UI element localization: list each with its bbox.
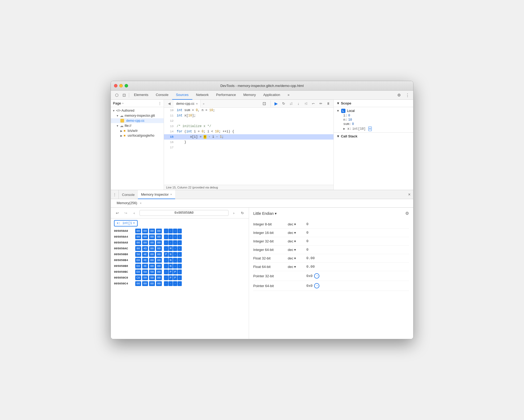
- settings-icon[interactable]: ⚙: [395, 91, 403, 99]
- format-icon[interactable]: ⊡: [261, 100, 267, 107]
- hex-byte-0-2[interactable]: 00: [149, 229, 155, 233]
- hex-byte-1-1[interactable]: 00: [142, 234, 148, 239]
- hex-byte-7-0[interactable]: E0: [135, 270, 141, 274]
- hex-byte-7-3[interactable]: 00: [156, 270, 162, 274]
- hex-byte-0-3[interactable]: 00: [156, 229, 162, 233]
- sidebar-more-icon[interactable]: ⋮: [158, 101, 162, 105]
- tab-performance[interactable]: Performance: [212, 91, 239, 100]
- hex-byte-4-2[interactable]: 00: [149, 252, 155, 257]
- tree-item-bsw[interactable]: ▶ ■ b/s/w/ir: [111, 128, 164, 133]
- inspector-format-float64[interactable]: dec ▾: [288, 265, 306, 269]
- hex-byte-4-3[interactable]: 00: [156, 252, 162, 257]
- code-tab-close-icon[interactable]: ×: [196, 102, 198, 105]
- hex-byte-5-0[interactable]: E0: [135, 258, 141, 263]
- memory-address-input[interactable]: [140, 210, 229, 216]
- minimize-button[interactable]: [119, 84, 123, 87]
- pause-on-exception-button[interactable]: ↻: [280, 100, 287, 107]
- disable-button[interactable]: ✏: [318, 100, 324, 107]
- bp-tab-memory-close-icon[interactable]: ×: [170, 193, 172, 196]
- step-out-button[interactable]: ↑⃝: [303, 100, 309, 107]
- tree-item-demo-cpp[interactable]: demo-cpp.cc: [111, 118, 164, 123]
- hex-byte-7-1[interactable]: 50: [142, 270, 148, 274]
- hex-byte-4-1[interactable]: 4E: [142, 252, 148, 257]
- hex-byte-3-0[interactable]: 80: [135, 246, 141, 251]
- maximize-button[interactable]: [125, 84, 128, 87]
- hex-byte-5-3[interactable]: 00: [156, 258, 162, 263]
- hex-byte-3-1[interactable]: 4D: [142, 246, 148, 251]
- tab-memory[interactable]: Memory: [240, 91, 260, 100]
- inspector-format-int16[interactable]: dec ▾: [288, 231, 306, 235]
- hex-byte-9-0[interactable]: 00: [135, 281, 141, 286]
- inspector-format-int32[interactable]: dec ▾: [288, 239, 306, 243]
- hex-byte-6-0[interactable]: E0: [135, 264, 141, 268]
- hex-byte-2-3[interactable]: 00: [156, 240, 162, 245]
- memory-tag-close-button[interactable]: ×: [133, 221, 135, 225]
- tree-item-memory-inspector[interactable]: ▼ ☁ memory-inspector.glit: [111, 113, 164, 118]
- hex-byte-8-1[interactable]: 50: [142, 275, 148, 280]
- hex-byte-7-2[interactable]: 50: [149, 270, 155, 274]
- inspector-format-float32[interactable]: dec ▾: [288, 256, 306, 260]
- prev-location-icon[interactable]: ◀: [166, 100, 172, 107]
- hex-byte-0-0[interactable]: 00: [135, 229, 141, 233]
- device-toggle-button[interactable]: ⊡: [120, 91, 128, 99]
- hex-byte-6-1[interactable]: 4E: [142, 264, 148, 268]
- bp-tab-memory-inspector[interactable]: Memory Inspector ×: [138, 190, 175, 199]
- deactivate-breakpoints-button[interactable]: ⤺: [310, 100, 316, 107]
- hex-byte-1-2[interactable]: 00: [149, 234, 155, 239]
- hex-byte-9-2[interactable]: 00: [149, 281, 155, 286]
- memory-refresh-button[interactable]: ↻: [239, 210, 246, 216]
- hex-byte-2-2[interactable]: 00: [149, 240, 155, 245]
- close-button[interactable]: [114, 84, 117, 87]
- more-options-icon[interactable]: ⋮: [404, 91, 411, 99]
- memory-sub-tab-256[interactable]: Memory(256) ×: [113, 201, 145, 205]
- inspector-settings-icon[interactable]: ⚙: [405, 211, 409, 216]
- step-over-button[interactable]: ↓⃝: [288, 100, 294, 107]
- ptr64-navigate-icon[interactable]: →: [314, 283, 319, 288]
- hex-byte-8-3[interactable]: 00: [156, 275, 162, 280]
- resume-button[interactable]: ▶: [273, 100, 279, 107]
- tab-elements[interactable]: Elements: [130, 91, 152, 100]
- inspector-format-int64[interactable]: dec ▾: [288, 248, 306, 252]
- tree-item-authored[interactable]: ▼ </> Authored: [111, 108, 164, 113]
- code-tab-demo[interactable]: demo-cpp.cc ×: [174, 100, 201, 108]
- tab-network[interactable]: Network: [192, 91, 213, 100]
- hex-byte-8-2[interactable]: 50: [149, 275, 155, 280]
- hex-byte-3-3[interactable]: 00: [156, 246, 162, 251]
- inspector-format-int8[interactable]: dec ▾: [288, 222, 306, 226]
- memory-prev-button[interactable]: ‹: [131, 210, 137, 216]
- tree-item-file[interactable]: ▼ ☁ file://: [111, 123, 164, 128]
- tab-sources[interactable]: Sources: [172, 91, 192, 100]
- bottom-panel-close-button[interactable]: ×: [405, 190, 413, 199]
- tab-more[interactable]: »: [284, 91, 293, 100]
- hex-byte-0-1[interactable]: 00: [142, 229, 148, 233]
- hex-byte-1-3[interactable]: 00: [156, 234, 162, 239]
- hex-byte-3-2[interactable]: 00: [149, 246, 155, 251]
- hex-byte-2-0[interactable]: 00: [135, 240, 141, 245]
- hex-byte-9-1[interactable]: 00: [142, 281, 148, 286]
- hex-byte-6-2[interactable]: 00: [149, 264, 155, 268]
- pause-button[interactable]: ⏸: [325, 100, 331, 107]
- ptr32-navigate-icon[interactable]: →: [314, 273, 319, 279]
- hex-byte-5-1[interactable]: 4E: [142, 258, 148, 263]
- tab-application[interactable]: Application: [260, 91, 284, 100]
- memory-inspect-icon[interactable]: ⊡: [368, 127, 372, 131]
- memory-next-button[interactable]: ›: [231, 210, 237, 216]
- tab-console[interactable]: Console: [152, 91, 172, 100]
- hex-byte-8-0[interactable]: C8: [135, 275, 141, 280]
- memory-sub-tab-close-icon[interactable]: ×: [140, 201, 141, 205]
- memory-back-button[interactable]: ↩: [114, 210, 120, 216]
- bp-tab-console[interactable]: Console: [119, 190, 138, 199]
- hex-byte-1-0[interactable]: 00: [135, 234, 141, 239]
- hex-byte-2-1[interactable]: 00: [142, 240, 148, 245]
- cursor-tool-button[interactable]: ⬡: [113, 91, 120, 99]
- hex-byte-9-3[interactable]: 00: [156, 281, 162, 286]
- memory-forward-button[interactable]: ↪: [122, 210, 129, 216]
- tree-item-usr[interactable]: ▶ ■ usr/local/google/ho: [111, 133, 164, 138]
- sidebar-expand-icon[interactable]: »: [122, 102, 124, 105]
- hex-byte-4-0[interactable]: 50: [135, 252, 141, 257]
- more-tabs-icon[interactable]: »: [201, 102, 206, 105]
- hex-byte-6-3[interactable]: 00: [156, 264, 162, 268]
- step-into-button[interactable]: ↓: [295, 100, 302, 107]
- bottom-panel-more-icon[interactable]: ⋮: [111, 190, 119, 199]
- endian-selector[interactable]: Little Endian ▾: [253, 211, 277, 216]
